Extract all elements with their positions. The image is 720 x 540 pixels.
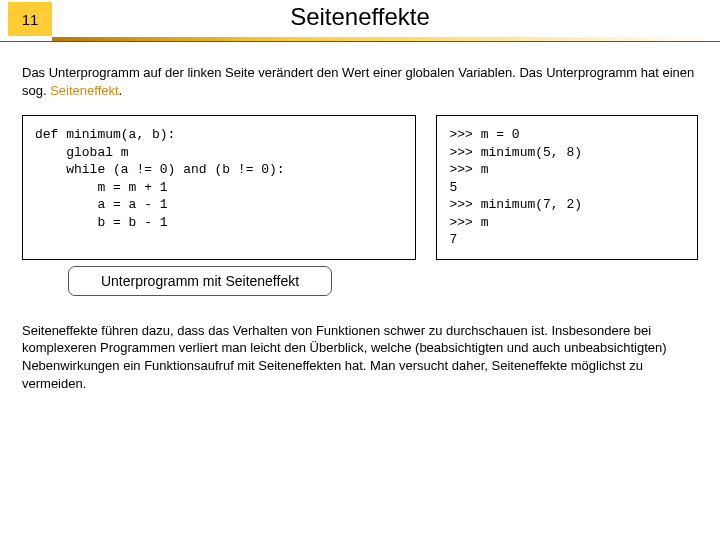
intro-text-a: Das Unterprogramm auf der linken Seite v… [22, 65, 694, 98]
header-gradient [52, 37, 720, 41]
slide-content: Das Unterprogramm auf der linken Seite v… [0, 42, 720, 392]
code-boxes-row: def minimum(a, b): global m while (a != … [22, 115, 698, 260]
code-box-right: >>> m = 0 >>> minimum(5, 8) >>> m 5 >>> … [436, 115, 698, 260]
page-title: Seiteneffekte [0, 3, 720, 31]
intro-term: Seiteneffekt [50, 83, 118, 98]
intro-paragraph: Das Unterprogramm auf der linken Seite v… [22, 64, 698, 99]
slide-header: 11 Seiteneffekte [0, 0, 720, 42]
callout-label: Unterprogramm mit Seiteneffekt [68, 266, 332, 296]
outro-paragraph: Seiteneffekte führen dazu, dass das Verh… [22, 322, 698, 392]
intro-text-b: . [119, 83, 123, 98]
code-box-left: def minimum(a, b): global m while (a != … [22, 115, 416, 260]
